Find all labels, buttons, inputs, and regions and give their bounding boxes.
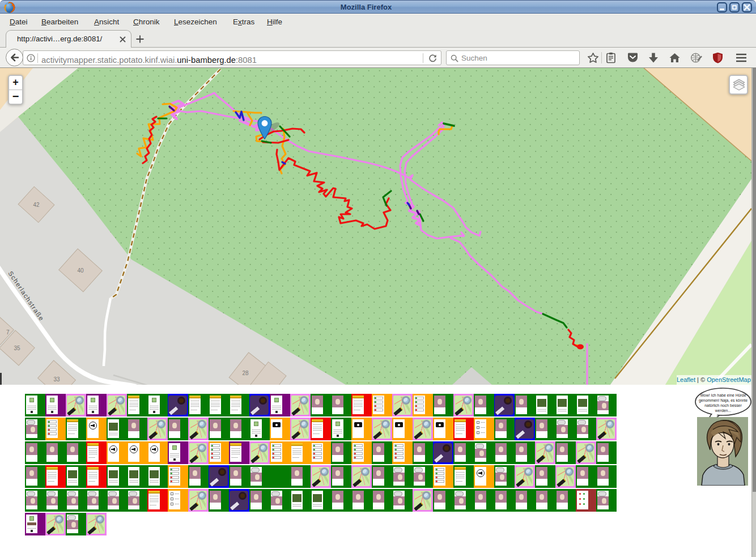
svg-text:33: 33 <box>53 376 60 382</box>
svg-text:genommen! Naja, es könnte: genommen! Naja, es könnte <box>699 398 747 403</box>
svg-text:28: 28 <box>242 370 249 376</box>
svg-text:natürlich noch besser: natürlich noch besser <box>704 403 742 407</box>
svg-text:Wow! Ich habe eine Hürde: Wow! Ich habe eine Hürde <box>700 393 746 397</box>
svg-text:42: 42 <box>33 202 40 208</box>
svg-text:26: 26 <box>262 384 269 385</box>
svg-text:werden...: werden... <box>715 409 731 413</box>
svg-text:7: 7 <box>6 329 10 335</box>
svg-text:40: 40 <box>77 267 84 274</box>
svg-text:35: 35 <box>14 345 20 351</box>
